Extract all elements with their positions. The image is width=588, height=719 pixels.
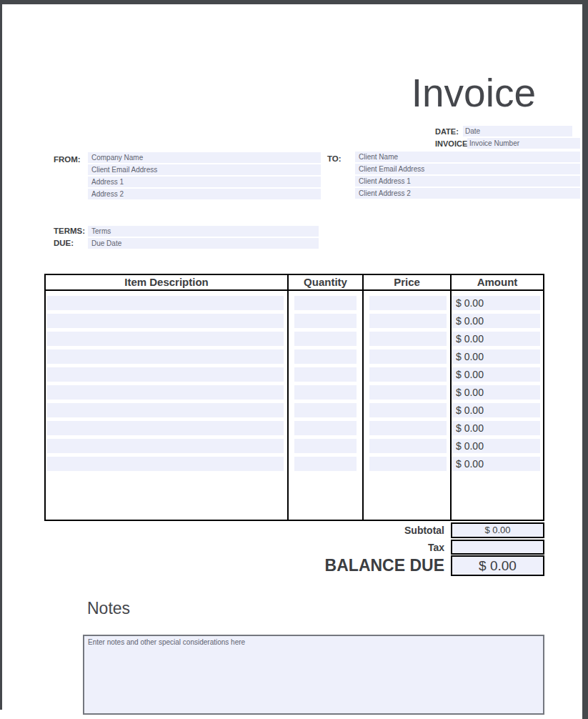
from-address-1-input[interactable]	[88, 177, 321, 187]
invoice-number-label: INVOICE	[435, 139, 467, 148]
page-title: Invoice	[412, 71, 536, 115]
from-address-2-input[interactable]	[88, 189, 321, 199]
item-quantity-input[interactable]	[294, 385, 357, 400]
from-label: FROM:	[54, 152, 88, 201]
item-price-input[interactable]	[369, 314, 447, 328]
item-description-input[interactable]	[47, 385, 284, 400]
header-quantity: Quantity	[287, 275, 362, 289]
header-amount: Amount	[450, 275, 543, 289]
page-edge-top	[0, 0, 588, 4]
item-quantity-input[interactable]	[294, 439, 357, 453]
to-client-name-input[interactable]	[355, 152, 580, 162]
date-row: DATE:	[435, 126, 580, 137]
item-amount-value: $ 0.00	[452, 314, 540, 328]
item-amount-value: $ 0.00	[452, 439, 540, 453]
item-quantity-input[interactable]	[294, 314, 357, 328]
item-quantity-input[interactable]	[294, 349, 357, 364]
item-price-input[interactable]	[369, 421, 447, 435]
from-fields	[88, 152, 321, 201]
tax-input[interactable]	[451, 540, 544, 555]
description-column	[46, 291, 287, 520]
item-description-input[interactable]	[47, 457, 284, 471]
due-date-input[interactable]	[88, 238, 319, 249]
item-price-input[interactable]	[369, 296, 447, 310]
item-amount-value: $ 0.00	[452, 457, 540, 471]
tax-label: Tax	[428, 542, 444, 553]
item-description-input[interactable]	[47, 403, 284, 417]
amount-column: $ 0.00 $ 0.00 $ 0.00 $ 0.00 $ 0.00 $ 0.0…	[450, 291, 543, 520]
item-price-input[interactable]	[369, 385, 447, 400]
item-amount-value: $ 0.00	[452, 403, 540, 417]
item-quantity-input[interactable]	[294, 403, 357, 417]
price-column	[362, 291, 450, 520]
item-amount-value: $ 0.00	[452, 367, 540, 382]
item-quantity-input[interactable]	[294, 457, 357, 471]
from-section: FROM:	[54, 152, 321, 201]
to-client-address-2-input[interactable]	[355, 188, 580, 199]
tax-row: Tax	[44, 540, 544, 555]
page-edge-right	[582, 4, 588, 719]
item-amount-value: $ 0.00	[452, 349, 540, 364]
invoice-number-row: INVOICE	[435, 138, 580, 149]
items-table: Item Description Quantity Price Amount	[44, 274, 544, 521]
to-fields	[355, 152, 580, 200]
header-item-description: Item Description	[46, 275, 287, 289]
item-price-input[interactable]	[369, 349, 447, 364]
totals-section: Subtotal $ 0.00 Tax BALANCE DUE $ 0.00	[44, 522, 544, 576]
to-section: TO:	[327, 152, 580, 200]
invoice-number-input[interactable]	[467, 138, 580, 149]
item-price-input[interactable]	[369, 332, 447, 346]
item-price-input[interactable]	[369, 367, 447, 382]
item-description-input[interactable]	[47, 314, 284, 328]
item-quantity-input[interactable]	[294, 367, 357, 382]
balance-due-row: BALANCE DUE $ 0.00	[44, 555, 544, 576]
notes-heading: Notes	[87, 599, 130, 618]
invoice-meta: DATE: INVOICE	[435, 126, 580, 150]
item-quantity-input[interactable]	[294, 332, 357, 346]
to-client-address-1-input[interactable]	[355, 176, 580, 187]
terms-section: TERMS: DUE:	[54, 226, 319, 250]
terms-label: TERMS:	[54, 226, 88, 237]
notes-textarea[interactable]	[83, 635, 544, 715]
from-email-input[interactable]	[88, 164, 321, 175]
items-table-body: $ 0.00 $ 0.00 $ 0.00 $ 0.00 $ 0.00 $ 0.0…	[46, 291, 543, 520]
subtotal-label: Subtotal	[404, 525, 444, 536]
item-price-input[interactable]	[369, 403, 447, 417]
item-amount-value: $ 0.00	[452, 385, 540, 400]
balance-due-value: $ 0.00	[451, 555, 544, 576]
item-description-input[interactable]	[47, 332, 284, 346]
item-amount-value: $ 0.00	[452, 296, 540, 310]
item-quantity-input[interactable]	[294, 296, 357, 310]
terms-labels: TERMS: DUE:	[54, 226, 88, 250]
balance-due-label: BALANCE DUE	[325, 556, 444, 575]
from-company-name-input[interactable]	[88, 152, 321, 163]
item-amount-value: $ 0.00	[452, 332, 540, 346]
subtotal-row: Subtotal $ 0.00	[44, 522, 544, 538]
due-label: DUE:	[54, 238, 88, 249]
item-amount-value: $ 0.00	[452, 421, 540, 435]
invoice-page: Invoice DATE: INVOICE FROM: TO: TE	[0, 0, 588, 719]
subtotal-value: $ 0.00	[451, 522, 544, 538]
quantity-column	[287, 291, 362, 520]
item-description-input[interactable]	[47, 367, 284, 382]
item-price-input[interactable]	[369, 457, 447, 471]
item-description-input[interactable]	[47, 349, 284, 364]
item-description-input[interactable]	[47, 421, 284, 435]
item-quantity-input[interactable]	[294, 421, 357, 435]
item-description-input[interactable]	[47, 296, 284, 310]
page-edge-left	[0, 4, 2, 710]
to-label: TO:	[327, 152, 355, 200]
to-client-email-input[interactable]	[355, 164, 580, 174]
item-description-input[interactable]	[47, 439, 284, 453]
date-label: DATE:	[435, 127, 463, 136]
item-price-input[interactable]	[369, 439, 447, 453]
header-price: Price	[362, 275, 450, 289]
items-table-header: Item Description Quantity Price Amount	[46, 275, 543, 291]
date-input[interactable]	[463, 126, 572, 137]
terms-fields	[88, 226, 319, 250]
terms-input[interactable]	[88, 226, 319, 237]
